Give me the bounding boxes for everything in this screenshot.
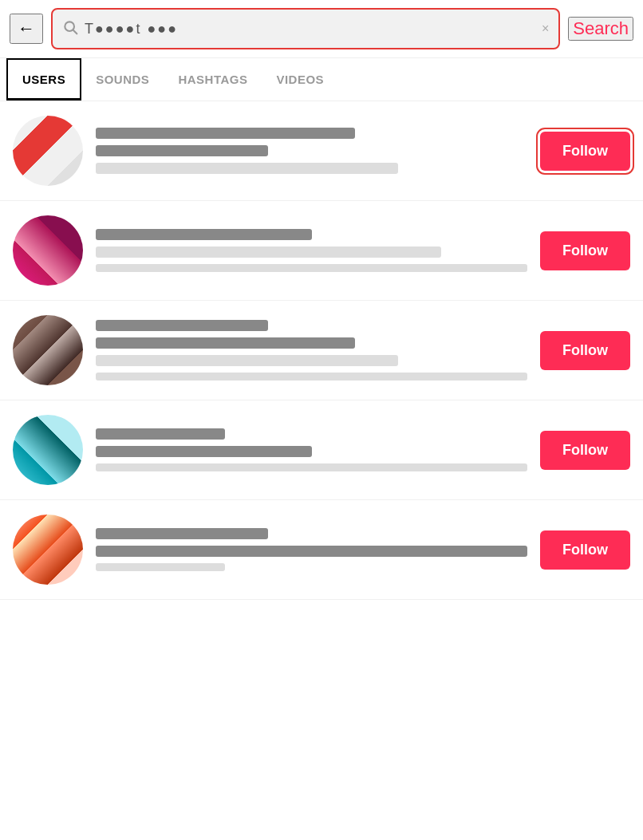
svg-line-1 (73, 30, 77, 34)
user-info (96, 128, 527, 174)
sub-bar-2 (96, 373, 527, 381)
sub-bar (96, 355, 398, 366)
user-list: Follow Follow Follow Follow (0, 101, 643, 600)
list-item: Follow (0, 400, 643, 500)
follow-button[interactable]: Follow (540, 530, 630, 570)
clear-icon[interactable]: × (542, 22, 549, 36)
sub-bar (96, 463, 527, 471)
username-bar-2 (96, 337, 355, 349)
search-bar[interactable]: T●●●●t ●●● × (51, 8, 560, 49)
tab-videos[interactable]: VIDEOS (262, 60, 338, 99)
sub-bar (96, 246, 441, 258)
user-info (96, 528, 527, 571)
tab-hashtags[interactable]: HASHTAGS (164, 60, 262, 99)
username-bar-2 (96, 145, 268, 156)
header: ← T●●●●t ●●● × Search (0, 0, 643, 58)
search-input-value: T●●●●t ●●● (85, 21, 535, 37)
username-bar-2 (96, 446, 312, 457)
sub-bar-2 (96, 264, 527, 272)
user-info (96, 320, 527, 381)
username-bar (96, 320, 268, 331)
avatar (13, 116, 83, 186)
follow-button[interactable]: Follow (540, 231, 630, 270)
search-button[interactable]: Search (568, 17, 633, 41)
user-info (96, 428, 527, 471)
back-button[interactable]: ← (10, 14, 43, 44)
username-bar-2 (96, 546, 527, 557)
list-item: Follow (0, 500, 643, 600)
avatar (13, 515, 83, 585)
avatar (13, 215, 83, 286)
sub-bar (96, 163, 398, 174)
list-item: Follow (0, 101, 643, 201)
follow-button[interactable]: Follow (540, 132, 630, 171)
username-bar (96, 128, 355, 139)
follow-button[interactable]: Follow (540, 431, 630, 470)
list-item: Follow (0, 301, 643, 400)
username-bar (96, 428, 225, 440)
follow-button[interactable]: Follow (540, 331, 630, 370)
username-bar (96, 528, 268, 539)
sub-bar (96, 563, 225, 571)
avatar (13, 315, 83, 385)
user-info (96, 229, 527, 272)
tab-bar: USERS SOUNDS HASHTAGS VIDEOS (0, 58, 643, 101)
search-icon (62, 19, 78, 39)
avatar (13, 415, 83, 485)
tab-users[interactable]: USERS (6, 58, 81, 101)
list-item: Follow (0, 201, 643, 301)
tab-sounds[interactable]: SOUNDS (81, 60, 164, 99)
username-bar (96, 229, 312, 240)
